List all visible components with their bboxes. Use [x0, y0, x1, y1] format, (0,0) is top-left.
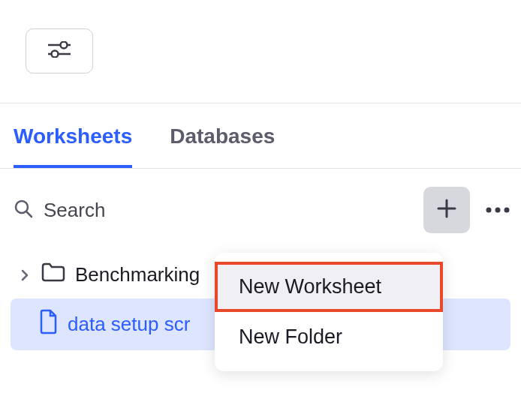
- add-dropdown-menu: New Worksheet New Folder: [215, 253, 443, 371]
- plus-icon: [436, 198, 457, 222]
- chevron-right-icon: [18, 268, 32, 282]
- tab-databases[interactable]: Databases: [170, 124, 275, 168]
- add-button[interactable]: [423, 187, 470, 233]
- folder-icon: [41, 262, 66, 288]
- search-input[interactable]: Search: [14, 199, 413, 222]
- file-icon: [38, 309, 59, 340]
- ellipsis-icon: [485, 203, 510, 216]
- svg-point-9: [495, 208, 501, 213]
- sliders-icon: [48, 41, 71, 61]
- more-button[interactable]: [485, 203, 510, 217]
- filter-settings-button[interactable]: [26, 28, 93, 74]
- tree-item-label: data setup scr: [68, 313, 190, 336]
- search-placeholder: Search: [44, 199, 105, 222]
- search-row: Search: [11, 175, 510, 245]
- tab-worksheets[interactable]: Worksheets: [14, 124, 132, 168]
- svg-point-1: [61, 42, 68, 49]
- svg-point-3: [52, 51, 59, 58]
- menu-item-new-worksheet[interactable]: New Worksheet: [215, 262, 443, 312]
- svg-point-8: [486, 208, 492, 213]
- tree-item-label: Benchmarking: [75, 263, 200, 286]
- svg-line-5: [26, 212, 32, 217]
- svg-point-10: [504, 208, 510, 213]
- tabs: Worksheets Databases: [0, 104, 521, 169]
- top-bar: [0, 0, 521, 104]
- search-icon: [14, 199, 33, 221]
- menu-item-new-folder[interactable]: New Folder: [215, 312, 443, 362]
- action-buttons: [423, 187, 510, 233]
